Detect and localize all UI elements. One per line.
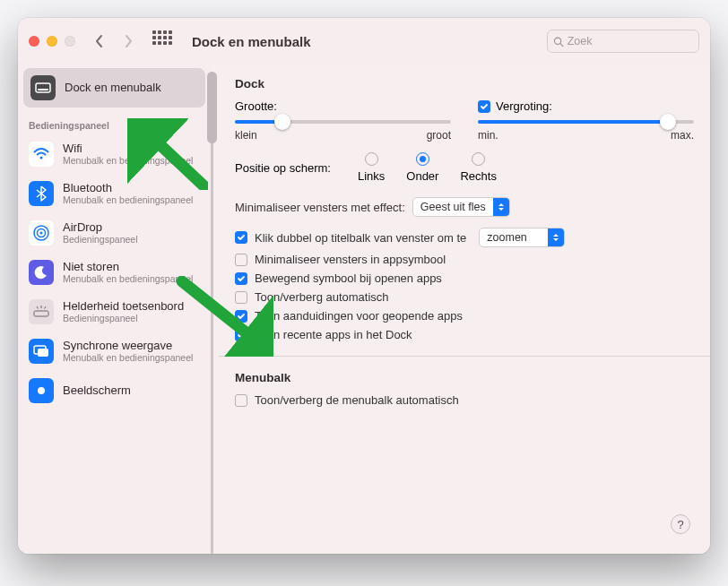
preferences-window: Dock en menubalk Dock en menubalk Bedien… xyxy=(18,18,710,554)
svg-rect-8 xyxy=(34,311,48,316)
content-pane: Dock Grootte: kleingroot Vergroting: xyxy=(213,65,710,554)
search-input[interactable] xyxy=(568,35,693,47)
doubleclick-checkbox[interactable] xyxy=(235,231,247,244)
sidebar-item-dnd[interactable]: Niet storenMenubalk en bedieningspaneel xyxy=(18,253,211,292)
size-slider[interactable] xyxy=(235,120,451,124)
display-icon xyxy=(29,378,54,403)
sidebar-item-airdrop[interactable]: AirDropBedieningspaneel xyxy=(18,213,211,253)
recent-apps-checkbox[interactable] xyxy=(235,329,247,341)
doubleclick-action-select[interactable]: zoomen xyxy=(479,228,565,247)
wifi-icon xyxy=(29,142,54,167)
position-option-bottom[interactable]: Onder xyxy=(406,152,438,183)
minimize-effect-label: Minimaliseer vensters met effect: xyxy=(235,201,405,214)
indicators-checkbox[interactable] xyxy=(235,310,247,323)
svg-point-4 xyxy=(40,157,43,159)
sidebar-item-screen-mirroring[interactable]: Synchrone weergaveMenubalk en bedienings… xyxy=(18,332,211,371)
autohide-dock-checkbox[interactable] xyxy=(235,291,247,304)
position-label: Positie op scherm: xyxy=(235,161,331,175)
magnification-slider[interactable] xyxy=(478,120,694,124)
toolbar: Dock en menubalk xyxy=(18,18,710,65)
section-title-menubar: Menubalk xyxy=(235,371,694,384)
magnification-checkbox[interactable] xyxy=(478,100,490,113)
svg-point-14 xyxy=(38,387,45,394)
search-icon xyxy=(553,36,564,47)
minimize-window-button[interactable] xyxy=(47,36,57,47)
sidebar-section-header: Bedieningspaneel xyxy=(18,111,211,134)
close-window-button[interactable] xyxy=(29,36,39,47)
sidebar-item-bluetooth[interactable]: BluetoothMenubalk en bedieningspaneel xyxy=(18,174,211,213)
svg-line-11 xyxy=(45,306,47,309)
svg-rect-13 xyxy=(38,349,48,357)
back-button[interactable] xyxy=(90,30,109,53)
position-option-right[interactable]: Rechts xyxy=(460,152,496,183)
svg-point-7 xyxy=(40,232,43,235)
sidebar-item-display[interactable]: Beeldscherm xyxy=(18,371,211,403)
bluetooth-icon xyxy=(29,181,54,206)
keyboard-brightness-icon xyxy=(29,299,54,324)
show-all-icon[interactable] xyxy=(152,30,174,52)
minimize-effect-select[interactable]: Geest uit fles xyxy=(412,197,510,217)
autohide-menubar-checkbox[interactable] xyxy=(235,394,247,407)
scroll-indicator[interactable] xyxy=(211,72,213,554)
magnification-label: Vergroting: xyxy=(496,99,552,113)
mirror-icon xyxy=(29,339,54,364)
animate-open-checkbox[interactable] xyxy=(235,272,247,285)
sidebar: Dock en menubalk Bedieningspaneel WifiMe… xyxy=(18,65,211,554)
moon-icon xyxy=(29,260,54,285)
chevron-updown-icon xyxy=(548,228,564,246)
sidebar-item-wifi[interactable]: WifiMenubalk en bedieningspaneel xyxy=(18,134,211,174)
airdrop-icon xyxy=(29,220,54,246)
help-button[interactable]: ? xyxy=(671,514,690,534)
dock-icon xyxy=(30,75,56,100)
window-controls xyxy=(29,36,75,47)
position-option-left[interactable]: Links xyxy=(358,152,385,183)
sidebar-item-keyboard-brightness[interactable]: Helderheid toetsenbordBedieningspaneel xyxy=(18,292,211,332)
sidebar-item-dock[interactable]: Dock en menubalk xyxy=(23,68,205,108)
forward-button[interactable] xyxy=(118,30,138,53)
svg-line-10 xyxy=(37,306,39,309)
svg-rect-3 xyxy=(38,89,48,90)
section-title-dock: Dock xyxy=(235,77,694,90)
svg-rect-2 xyxy=(36,83,50,92)
page-title: Dock en menubalk xyxy=(192,34,311,49)
sidebar-item-label: Dock en menubalk xyxy=(65,82,161,95)
minimize-into-app-checkbox[interactable] xyxy=(235,254,247,266)
search-field[interactable] xyxy=(547,30,699,53)
svg-line-1 xyxy=(560,43,563,46)
fullscreen-window-button[interactable] xyxy=(65,36,75,47)
chevron-updown-icon xyxy=(493,198,509,216)
size-label: Grootte: xyxy=(235,99,451,113)
